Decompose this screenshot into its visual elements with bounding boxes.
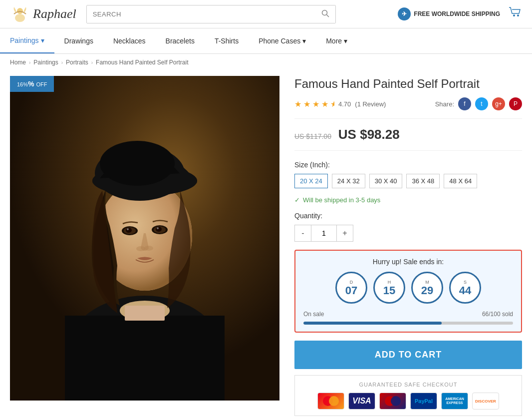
quantity-section: Quantity: - + [294,212,522,242]
star-3: ★ [312,99,319,109]
nav-item-necklaces[interactable]: Necklaces [103,29,156,53]
svg-line-3 [326,14,329,17]
header-right: ✈ FREE WORLDWIDE SHIPPING [398,5,522,22]
sale-title: Hurry up! Sale ends in: [303,258,513,266]
payment-discover: DISCOVER [472,393,499,410]
countdown-days: D 07 [335,272,367,304]
svg-point-29 [329,396,339,406]
logo-angel-icon [10,4,30,24]
sale-countdown-box: Hurry up! Sale ends in: D 07 H 15 [294,250,522,333]
countdown-hours-circle: H 15 [373,272,405,304]
progress-bar [303,322,513,325]
logo[interactable]: Raphael [10,4,76,24]
chevron-down-icon-3: ▾ [344,37,347,45]
nav-item-drawings[interactable]: Drawings [54,29,103,53]
share-googleplus-button[interactable]: g+ [492,97,505,110]
navigation: Paintings ▾ Drawings Necklaces Bracelets… [0,28,532,54]
countdown: D 07 H 15 M 29 [303,272,513,304]
price-old: US $117.00 [294,132,331,140]
share-label: Share: [435,100,454,108]
rating-row: ★ ★ ★ ★ ★ 4.70 (1 Review) Share: f t g+ … [294,97,522,119]
svg-point-2 [322,10,327,15]
size-btn-24x32[interactable]: 24 X 32 [332,174,365,188]
chevron-down-icon-2: ▾ [302,37,306,45]
rating-label: (1 Review) [355,100,386,108]
quantity-label: Quantity: [294,212,522,220]
stars-rating: ★ ★ ★ ★ ★ 4.70 (1 Review) [294,99,386,109]
quantity-increase-button[interactable]: + [336,225,353,242]
quantity-input[interactable] [311,225,336,242]
checkmark-icon: ✓ [294,196,300,204]
add-to-cart-button[interactable]: ADD TO CART [294,341,522,369]
sale-info: On sale 66/100 sold [303,311,513,318]
star-half: ★ [330,99,334,109]
product-image [10,76,279,401]
share-row: Share: f t g+ P [435,97,522,110]
svg-point-17 [127,228,129,230]
maestro-icon [383,395,403,407]
svg-rect-11 [125,306,165,321]
share-pinterest-button[interactable]: P [509,97,522,110]
payment-visa: VISA [348,393,375,410]
quantity-controls: - + [294,225,522,242]
payment-maestro [379,393,406,410]
payment-mastercard [317,393,344,410]
share-twitter-button[interactable]: t [475,97,488,110]
payment-paypal: PayPal [410,393,437,410]
search-button[interactable] [315,5,335,23]
svg-point-21 [157,227,159,229]
countdown-minutes-circle: M 29 [411,272,443,304]
price-new: US $98.28 [338,127,400,142]
svg-point-5 [517,14,519,16]
header: Raphael ✈ FREE WORLDWIDE SHIPPING [0,0,532,28]
countdown-minutes: M 29 [411,272,443,304]
safe-checkout-section: GUARANTEED SAFE CHECKOUT VISA [294,375,522,416]
star-1: ★ [294,99,301,109]
breadcrumb: Home › Paintings › Portraits › Famous Ha… [0,54,532,71]
svg-point-22 [136,246,145,251]
size-label: Size (Inch): [294,161,522,169]
nav-item-phone-cases[interactable]: Phone Cases ▾ [249,29,316,53]
size-btn-30x40[interactable]: 30 X 40 [369,174,403,188]
countdown-seconds: S 44 [449,272,481,304]
mastercard-icon [321,395,341,407]
logo-text: Raphael [33,6,76,21]
size-btn-36x48[interactable]: 36 X 48 [406,174,440,188]
on-sale-label: On sale [303,311,324,318]
shipping-text: FREE WORLDWIDE SHIPPING [414,10,500,17]
breadcrumb-sep-2: › [61,60,63,65]
size-section: Size (Inch): 20 X 24 24 X 32 30 X 40 36 … [294,161,522,188]
size-options: 20 X 24 24 X 32 30 X 40 36 X 48 48 X 64 [294,174,522,188]
size-btn-48x64[interactable]: 48 X 64 [444,174,477,188]
quantity-decrease-button[interactable]: - [294,225,311,242]
progress-bar-fill [303,322,442,325]
search-icon [321,9,329,17]
svg-point-16 [126,228,132,233]
svg-point-23 [144,246,153,251]
product-page: 16%% OFF [0,71,532,419]
breadcrumb-sep-1: › [29,60,30,65]
share-facebook-button[interactable]: f [458,97,471,110]
cart-button[interactable] [508,5,522,22]
size-btn-20x24[interactable]: 20 X 24 [294,174,328,188]
nav-item-tshirts[interactable]: T-Shirts [205,29,249,53]
search-input[interactable] [87,5,315,23]
nav-item-bracelets[interactable]: Bracelets [156,29,205,53]
breadcrumb-home[interactable]: Home [10,59,26,66]
svg-point-0 [15,14,25,22]
breadcrumb-current: Famous Hand Painted Self Portrait [96,59,188,66]
svg-rect-9 [65,316,225,401]
breadcrumb-paintings[interactable]: Paintings [33,59,58,66]
nav-item-paintings[interactable]: Paintings ▾ [0,28,54,53]
shipping-info: ✈ FREE WORLDWIDE SHIPPING [398,7,500,20]
svg-point-20 [156,227,162,232]
price-section: US $117.00 US $98.28 [294,127,522,151]
payment-icons: VISA PayPal AMERICANEXPRESS [301,393,516,410]
rating-value: 4.70 [338,100,351,108]
star-4: ★ [321,99,328,109]
search-bar [86,5,336,23]
svg-point-4 [513,14,515,16]
nav-item-more[interactable]: More ▾ [316,29,357,53]
breadcrumb-portraits[interactable]: Portraits [66,59,88,66]
sold-label: 66/100 sold [482,311,513,318]
